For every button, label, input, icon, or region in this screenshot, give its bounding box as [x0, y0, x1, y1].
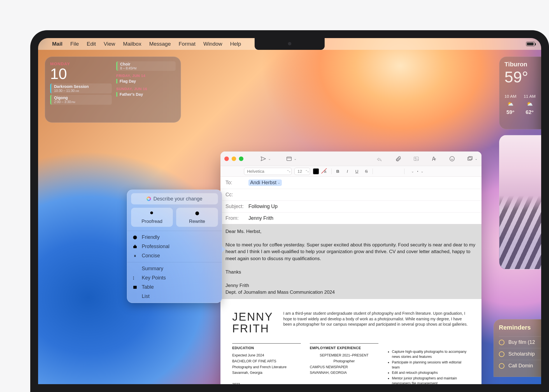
- reminder-checkbox[interactable]: [499, 340, 504, 345]
- battery-status-icon[interactable]: [526, 42, 535, 46]
- weather-hour: 10 AM ⛅ 59°: [504, 94, 517, 115]
- indent-button[interactable]: ⌄: [417, 168, 424, 175]
- reminder-item[interactable]: Call Domin: [499, 360, 541, 372]
- reminders-title: Reminders: [499, 324, 541, 331]
- calendar-widget[interactable]: MONDAY 10 Darkroom Session 10:30 – 11:30…: [45, 57, 181, 123]
- reply-button[interactable]: [375, 155, 383, 163]
- font-size-select[interactable]: 12: [294, 168, 310, 175]
- zoom-window-button[interactable]: [239, 157, 243, 161]
- calendar-event[interactable]: Darkroom Session 10:30 – 11:30AM: [50, 83, 112, 94]
- text-color-reset[interactable]: ╱ a: [322, 168, 329, 175]
- bold-button[interactable]: B: [334, 168, 341, 175]
- menu-edit[interactable]: Edit: [87, 41, 96, 47]
- resume-name: JENNY FRITH: [232, 311, 273, 334]
- lists-button[interactable]: ⌄: [407, 168, 414, 175]
- menu-help[interactable]: Help: [230, 41, 241, 47]
- list-icon: [132, 294, 138, 299]
- insert-photo-button[interactable]: [412, 155, 420, 163]
- align-left-button[interactable]: [376, 168, 382, 175]
- popover-pointer: [222, 246, 225, 253]
- compose-body[interactable]: Dear Ms. Herbst, Nice to meet you for co…: [220, 224, 481, 384]
- transform-keypoints[interactable]: Key Points: [127, 273, 222, 283]
- weather-widget[interactable]: Tiburon 59° 10 AM ⛅ 59° 11 AM ⛅ 62°: [499, 57, 541, 129]
- menu-view[interactable]: View: [104, 41, 115, 47]
- menu-window[interactable]: Window: [203, 41, 222, 47]
- subject-row: Subject: Following Up: [220, 201, 481, 213]
- svg-rect-13: [468, 157, 471, 160]
- format-button[interactable]: a: [430, 155, 438, 163]
- compose-headers: To: Andi Herbst⌄ Cc: Subject: Following …: [220, 177, 481, 224]
- chevron-down-icon: ⌄: [278, 181, 280, 185]
- menu-message[interactable]: Message: [149, 41, 171, 47]
- menu-file[interactable]: File: [70, 41, 79, 47]
- menu-format[interactable]: Format: [179, 41, 196, 47]
- svg-point-5: [133, 277, 134, 278]
- cc-row: Cc:: [220, 189, 481, 201]
- header-fields-dropdown[interactable]: ⌄: [294, 157, 297, 161]
- weather-hour: 11 AM ⛅ 62°: [524, 94, 536, 115]
- photos-widget[interactable]: [499, 135, 541, 269]
- keypoints-icon: [132, 276, 138, 281]
- mail-compose-window: ⌄ ⌄: [220, 151, 481, 384]
- close-window-button[interactable]: [224, 157, 229, 161]
- proofread-button[interactable]: Proofread: [131, 208, 173, 227]
- calendar-event[interactable]: Choir 8 – 8:45PM: [116, 61, 176, 71]
- photo-browser-button[interactable]: [466, 155, 474, 163]
- svg-point-2: [133, 235, 137, 239]
- selected-body-text[interactable]: Dear Ms. Herbst, Nice to meet you for co…: [220, 224, 481, 299]
- partly-cloudy-icon: ⛅: [507, 101, 513, 107]
- rewrite-icon: [194, 211, 200, 218]
- header-fields-button[interactable]: [285, 155, 293, 163]
- recipient-token[interactable]: Andi Herbst⌄: [248, 179, 282, 186]
- text-color-swatch[interactable]: [313, 168, 319, 174]
- sparkle-icon: [146, 197, 151, 201]
- photo-browser-dropdown[interactable]: ⌄: [475, 157, 478, 161]
- align-center-button[interactable]: [385, 168, 392, 175]
- from-field[interactable]: Jenny Frith: [248, 215, 273, 221]
- svg-point-4: [133, 276, 134, 277]
- tone-professional[interactable]: Professional: [127, 242, 222, 251]
- transform-summary[interactable]: Summary: [127, 264, 222, 273]
- calendar-date: 10: [50, 66, 112, 81]
- menu-mailbox[interactable]: Mailbox: [123, 41, 141, 47]
- align-right-button[interactable]: [395, 168, 401, 175]
- screen: Mail File Edit View Mailbox Message Form…: [38, 38, 541, 384]
- send-button[interactable]: [259, 155, 267, 163]
- subject-field[interactable]: Following Up: [248, 204, 278, 209]
- from-row: From: Jenny Frith: [220, 213, 481, 224]
- send-later-dropdown[interactable]: ⌄: [268, 157, 271, 161]
- summary-icon: [132, 266, 138, 271]
- reminder-checkbox[interactable]: [499, 363, 504, 369]
- tone-concise[interactable]: Concise: [127, 251, 222, 260]
- underline-button[interactable]: U: [353, 168, 360, 175]
- transform-table[interactable]: Table: [127, 283, 222, 292]
- italic-button[interactable]: I: [344, 168, 351, 175]
- resume-intro: I am a third-year student undergraduate …: [283, 311, 470, 334]
- calendar-event[interactable]: Father's Day: [116, 92, 176, 97]
- emoji-button[interactable]: [448, 155, 456, 163]
- attach-button[interactable]: [394, 155, 403, 163]
- briefcase-icon: [132, 244, 138, 249]
- display-notch: [255, 38, 325, 50]
- app-menu[interactable]: Mail: [52, 41, 62, 47]
- font-family-select[interactable]: Helvetica: [244, 168, 292, 175]
- rewrite-button[interactable]: Rewrite: [176, 208, 218, 227]
- calendar-event[interactable]: Flag Day: [116, 79, 176, 83]
- attachment-preview[interactable]: JENNY FRITH I am a third-year student un…: [225, 306, 476, 384]
- svg-point-6: [133, 279, 134, 279]
- writing-tools-popover: Describe your change Proofread Rewrite: [127, 190, 222, 303]
- reminder-item[interactable]: Scholarship: [499, 348, 541, 360]
- minimize-window-button[interactable]: [232, 157, 236, 161]
- tone-friendly[interactable]: Friendly: [127, 233, 222, 242]
- describe-change-input[interactable]: Describe your change: [131, 193, 218, 204]
- reminder-item[interactable]: Buy film (12: [499, 336, 541, 348]
- magnifier-icon: [149, 211, 155, 218]
- transform-list[interactable]: List: [127, 292, 222, 301]
- strike-button[interactable]: S: [363, 168, 370, 175]
- table-icon: [132, 285, 138, 290]
- reminder-checkbox[interactable]: [499, 351, 504, 357]
- format-bar: Helvetica 12 ╱ a B I U S ⌄ ⌄: [220, 166, 481, 177]
- reminders-widget[interactable]: Reminders Buy film (12 Scholarship Call …: [494, 319, 541, 377]
- window-titlebar: ⌄ ⌄: [220, 151, 481, 166]
- calendar-event[interactable]: Qigong 2:00 – 3:30PM: [50, 95, 112, 105]
